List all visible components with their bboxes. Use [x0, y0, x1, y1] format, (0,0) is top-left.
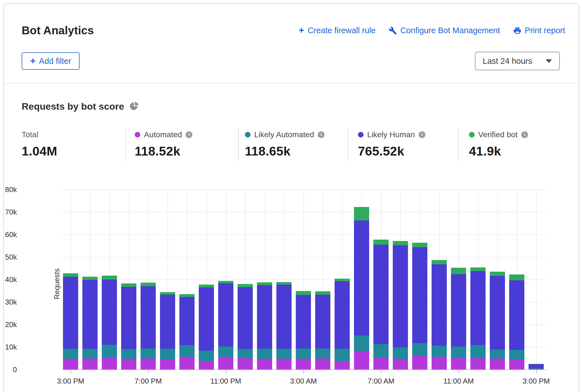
bar-segment-verified-bot[interactable]	[451, 268, 466, 274]
bar-segment-likely-human[interactable]	[257, 285, 272, 349]
bar-600pm[interactable]	[121, 283, 136, 370]
bar-segment-verified-bot[interactable]	[432, 260, 447, 264]
bar-segment-likely-automated[interactable]	[296, 348, 311, 359]
bar-segment-automated[interactable]	[238, 358, 253, 370]
bar-segment-likely-automated[interactable]	[257, 349, 272, 359]
bar-segment-automated[interactable]	[63, 359, 78, 370]
bar-segment-likely-human[interactable]	[470, 271, 486, 345]
bar-segment-verified-bot[interactable]	[257, 282, 272, 285]
bar-segment-likely-automated[interactable]	[432, 346, 447, 357]
bar-segment-likely-automated[interactable]	[121, 349, 136, 359]
bar-700pm[interactable]	[141, 283, 156, 370]
bar-segment-likely-human[interactable]	[509, 280, 524, 350]
bar-segment-likely-human[interactable]	[393, 245, 408, 347]
bar-500pm[interactable]	[102, 276, 117, 370]
bar-segment-automated[interactable]	[276, 359, 292, 370]
bar-segment-likely-human[interactable]	[141, 286, 156, 348]
bar-1200pm[interactable]	[470, 267, 486, 370]
bar-1100pm[interactable]	[218, 281, 233, 370]
bar-segment-verified-bot[interactable]	[82, 277, 98, 280]
bar-segment-automated[interactable]	[257, 359, 272, 370]
bar-segment-verified-bot[interactable]	[238, 284, 253, 287]
bar-1000pm[interactable]	[199, 285, 214, 370]
bar-segment-likely-automated[interactable]	[373, 344, 389, 357]
bar-100am[interactable]	[257, 282, 272, 370]
bar-segment-likely-automated[interactable]	[199, 351, 214, 361]
bar-segment-verified-bot[interactable]	[199, 285, 214, 287]
bar-600am[interactable]	[354, 207, 369, 370]
bar-segment-verified-bot[interactable]	[63, 273, 78, 277]
bar-segment-verified-bot[interactable]	[509, 274, 524, 280]
bar-segment-automated[interactable]	[102, 358, 117, 370]
bar-segment-likely-automated[interactable]	[160, 349, 175, 359]
bar-segment-likely-automated[interactable]	[315, 348, 330, 359]
add-filter-button[interactable]: + Add filter	[22, 52, 80, 70]
bar-segment-likely-automated[interactable]	[470, 345, 486, 358]
bar-segment-likely-automated[interactable]	[490, 350, 505, 359]
create-firewall-rule-link[interactable]: + Create firewall rule	[299, 26, 376, 35]
bar-segment-likely-automated[interactable]	[451, 346, 466, 358]
bar-segment-likely-automated[interactable]	[509, 350, 524, 359]
bar-segment-automated[interactable]	[354, 351, 369, 370]
bar-segment-verified-bot[interactable]	[218, 281, 233, 283]
info-icon[interactable]: i	[186, 131, 192, 138]
bar-segment-likely-automated[interactable]	[354, 335, 369, 351]
bar-segment-likely-automated[interactable]	[412, 343, 427, 356]
bar-800pm[interactable]	[160, 292, 175, 370]
bar-segment-verified-bot[interactable]	[335, 279, 350, 281]
bar-300pm[interactable]	[63, 273, 78, 370]
bar-segment-likely-human[interactable]	[179, 297, 195, 345]
bar-segment-verified-bot[interactable]	[470, 267, 486, 271]
bar-segment-likely-human[interactable]	[490, 276, 505, 350]
bar-segment-verified-bot[interactable]	[179, 294, 195, 297]
bar-segment-automated[interactable]	[315, 359, 330, 370]
bar-segment-likely-human[interactable]	[218, 283, 233, 347]
info-icon[interactable]: i	[419, 131, 425, 138]
bar-200am[interactable]	[276, 282, 292, 370]
bar-segment-verified-bot[interactable]	[102, 276, 117, 280]
bar-1200am[interactable]	[238, 284, 253, 370]
bar-segment-automated[interactable]	[470, 358, 486, 370]
bar-segment-verified-bot[interactable]	[393, 241, 408, 245]
bar-segment-automated[interactable]	[218, 357, 233, 370]
bar-segment-verified-bot[interactable]	[412, 243, 427, 247]
bar-segment-automated[interactable]	[141, 359, 156, 370]
bar-segment-likely-human[interactable]	[432, 264, 447, 346]
bar-segment-likely-human[interactable]	[315, 295, 330, 348]
bar-segment-likely-human[interactable]	[121, 287, 136, 349]
bar-segment-automated[interactable]	[335, 361, 350, 370]
bar-segment-likely-human[interactable]	[82, 280, 98, 349]
bar-segment-verified-bot[interactable]	[160, 292, 175, 295]
bar-segment-verified-bot[interactable]	[373, 240, 389, 245]
bar-1100am[interactable]	[451, 268, 466, 370]
configure-bot-management-link[interactable]: Configure Bot Management	[389, 26, 500, 35]
info-icon[interactable]: i	[318, 131, 324, 138]
bar-segment-likely-automated[interactable]	[63, 349, 78, 359]
bar-segment-likely-automated[interactable]	[218, 346, 233, 357]
bar-segment-automated[interactable]	[412, 355, 427, 370]
bar-700am[interactable]	[373, 240, 389, 370]
bar-segment-automated[interactable]	[393, 359, 408, 370]
bar-segment-automated[interactable]	[179, 357, 195, 370]
bar-segment-automated[interactable]	[373, 358, 389, 370]
bar-segment-automated[interactable]	[199, 361, 214, 370]
bar-segment-automated[interactable]	[451, 358, 466, 370]
bar-segment-likely-automated[interactable]	[179, 345, 195, 357]
bar-400am[interactable]	[315, 291, 330, 370]
bar-segment-likely-automated[interactable]	[335, 349, 350, 361]
bar-segment-likely-human[interactable]	[354, 220, 369, 335]
bar-segment-verified-bot[interactable]	[354, 207, 369, 221]
bar-segment-likely-human[interactable]	[373, 245, 389, 344]
bar-200pm[interactable]	[509, 274, 524, 370]
bar-segment-likely-human[interactable]	[335, 281, 350, 349]
bar-segment-likely-human[interactable]	[199, 287, 214, 351]
bar-400pm[interactable]	[82, 277, 98, 370]
bar-segment-likely-human[interactable]	[63, 277, 78, 348]
bar-segment-likely-automated[interactable]	[141, 348, 156, 359]
bar-300pm[interactable]	[529, 364, 544, 370]
bar-segment-verified-bot[interactable]	[315, 291, 330, 294]
bar-segment-likely-human[interactable]	[102, 280, 117, 345]
bar-800am[interactable]	[393, 241, 408, 370]
bar-segment-likely-human[interactable]	[451, 274, 466, 347]
bar-segment-likely-automated[interactable]	[238, 349, 253, 358]
